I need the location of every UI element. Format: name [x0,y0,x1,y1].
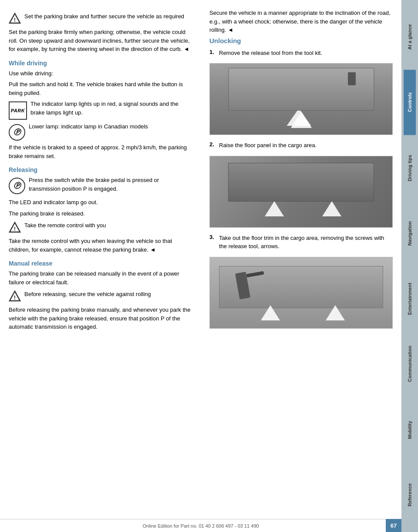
warning-remote-text: Take the remote control with you [24,221,106,230]
sidebar-item-reference[interactable]: Reference [404,462,416,528]
releasing-circle-p-icon: Ⓟ [9,178,25,194]
releasing-icon-text: Press the switch while the brake pedal i… [29,176,192,193]
cargo-image-2 [209,156,393,228]
footer: Online Edition for Part no. 01 40 2 606 … [0,519,401,532]
svg-text:!: ! [14,294,16,301]
warning-box-remote: ! Take the remote control with you [9,221,192,233]
main-content: ! Set the parking brake and further secu… [0,0,401,532]
intro-text: Secure the vehicle in a manner appropria… [209,9,393,34]
step-3-text: Take out the floor trim in the cargo are… [219,234,393,251]
park-icon: PARK [9,101,27,120]
releasing-para2: The parking brake is released. [9,209,192,218]
sidebar-item-driving-tips[interactable]: Driving tips [404,135,416,201]
step-2: 2. Raise the floor panel in the cargo ar… [209,141,393,152]
parking-brake-para: Set the parking brake firmly when parkin… [9,28,192,54]
while-driving-para1: Use while driving: [9,69,192,78]
while-driving-heading: While driving [9,60,192,67]
manual-release-heading: Manual release [9,260,192,267]
left-column: ! Set the parking brake and further secu… [9,9,196,515]
cargo-image-1-content [210,64,392,135]
while-driving-para3: If the vehicle is braked to a speed of a… [9,143,192,160]
warning-triangle-icon: ! [9,12,21,24]
releasing-icon-row: Ⓟ Press the switch while the brake pedal… [9,176,192,195]
step-3: 3. Take out the floor trim in the cargo … [209,234,393,253]
step-2-text: Raise the floor panel in the cargo area. [219,141,317,150]
warning-triangle-icon-2: ! [9,221,21,233]
page-number: 67 [386,519,401,532]
unlocking-heading: Unlocking [209,37,393,44]
right-column: Secure the vehicle in a manner appropria… [205,9,393,515]
sidebar: At a glance Controls Driving tips Naviga… [401,0,418,532]
warning-box-1: ! Set the parking brake and further secu… [9,12,192,24]
step-1-number: 1. [209,49,216,55]
park-text: The indicator lamp lights up in red, a s… [30,100,192,117]
cargo-image-1 [209,63,393,135]
sidebar-item-controls[interactable]: Controls [404,70,416,135]
step-2-number: 2. [209,141,216,148]
warning-text-1: Set the parking brake and further secure… [24,12,184,21]
manual-release-para2: Before releasing the parking brake manua… [9,306,192,331]
manual-release-para1: The parking brake can be released manual… [9,269,192,286]
releasing-heading: Releasing [9,166,192,173]
sidebar-item-navigation[interactable]: Navigation [404,201,416,266]
park-icon-row: PARK The indicator lamp lights up in red… [9,100,192,120]
sidebar-item-entertainment[interactable]: Entertainment [404,266,416,331]
sidebar-item-communication[interactable]: Communication [404,331,416,397]
sidebar-item-mobility[interactable]: Mobility [404,397,416,462]
warning-triangle-icon-3: ! [9,290,21,302]
warning-box-release: ! Before releasing, secure the vehicle a… [9,290,192,302]
step-3-number: 3. [209,234,216,240]
sidebar-item-at-a-glance[interactable]: At a glance [404,4,416,70]
circle-p-row: Ⓟ Lower lamp: indicator lamp in Canadian… [9,122,192,141]
page-container: ! Set the parking brake and further secu… [0,0,418,532]
warning-release-text: Before releasing, secure the vehicle aga… [24,290,151,299]
while-driving-para2: Pull the switch and hold it. The vehicle… [9,80,192,97]
svg-text:!: ! [14,17,16,23]
step-1-text: Remove the release tool from the tool ki… [219,49,322,57]
circle-p-icon: Ⓟ [9,124,25,141]
releasing-para1: The LED and indicator lamp go out. [9,198,192,207]
circle-p-text: Lower lamp: indicator lamp in Canadian m… [29,122,148,131]
releasing-para3: Take the remote control with you when le… [9,237,192,254]
svg-text:!: ! [14,226,16,232]
cargo-image-3 [209,257,393,329]
step-1: 1. Remove the release tool from the tool… [209,49,393,60]
footer-text: Online Edition for Part no. 01 40 2 606 … [142,523,259,529]
